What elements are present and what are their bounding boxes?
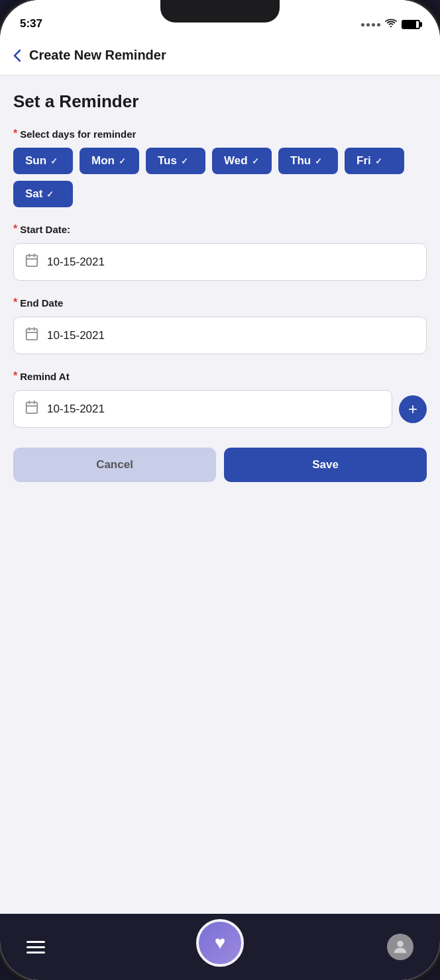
days-label: * Select days for reminder: [13, 128, 427, 140]
calendar-icon-end: [25, 326, 39, 344]
phone-screen: 5:37: [0, 0, 440, 980]
day-label-sat: Sat: [25, 187, 42, 201]
battery-icon: [402, 20, 420, 29]
day-chip-tus[interactable]: Tus ✓: [146, 148, 205, 174]
day-label-mon: Mon: [91, 154, 115, 168]
remind-at-row: 10-15-2021 +: [13, 390, 427, 428]
day-label-tus: Tus: [158, 154, 177, 168]
page-heading: Set a Reminder: [13, 91, 427, 112]
end-date-input[interactable]: 10-15-2021: [13, 317, 427, 354]
svg-rect-0: [27, 256, 38, 267]
back-button[interactable]: [13, 49, 21, 62]
svg-rect-2: [27, 403, 38, 414]
nav-bar: Create New Reminder: [0, 36, 440, 75]
start-date-value: 10-15-2021: [47, 256, 105, 269]
day-label-wed: Wed: [224, 154, 248, 168]
day-chip-sun[interactable]: Sun ✓: [13, 148, 73, 174]
end-date-value: 10-15-2021: [47, 329, 105, 342]
check-icon-thu: ✓: [315, 156, 322, 166]
day-label-thu: Thu: [290, 154, 311, 168]
cancel-button[interactable]: Cancel: [13, 448, 216, 482]
day-chip-mon[interactable]: Mon ✓: [80, 148, 139, 174]
svg-point-3: [397, 941, 403, 947]
remind-at-label: * Remind At: [13, 370, 427, 382]
wifi-icon: [384, 19, 398, 30]
calendar-icon-start: [25, 253, 39, 271]
days-grid: Sun ✓ Mon ✓ Tus ✓ Wed ✓: [13, 148, 427, 207]
day-chip-sat[interactable]: Sat ✓: [13, 181, 73, 207]
day-label-sun: Sun: [25, 154, 46, 168]
remind-at-section: * Remind At 10-15-2021 +: [13, 370, 427, 428]
days-section: * Select days for reminder Sun ✓ Mon ✓ T…: [13, 128, 427, 207]
heart-nav-button[interactable]: ♥: [196, 919, 244, 967]
check-icon-tus: ✓: [181, 156, 188, 166]
signal-icon: [361, 23, 380, 26]
svg-rect-1: [27, 329, 38, 340]
action-buttons: Cancel Save: [13, 448, 427, 482]
heart-icon: ♥: [215, 932, 226, 954]
phone-frame: 5:37: [0, 0, 440, 980]
check-icon-fri: ✓: [375, 156, 382, 166]
status-time: 5:37: [20, 17, 42, 30]
main-content: Set a Reminder * Select days for reminde…: [0, 75, 440, 914]
check-icon-sun: ✓: [50, 156, 58, 166]
start-date-label: * Start Date:: [13, 223, 427, 235]
remind-at-input[interactable]: 10-15-2021: [13, 390, 392, 428]
check-icon-sat: ✓: [46, 189, 54, 199]
notch: [160, 0, 280, 23]
start-date-input[interactable]: 10-15-2021: [13, 243, 427, 281]
nav-title: Create New Reminder: [29, 48, 166, 63]
day-chip-thu[interactable]: Thu ✓: [278, 148, 338, 174]
days-required-star: *: [13, 128, 17, 140]
end-date-section: * End Date 10-15-2021: [13, 297, 427, 354]
home-button[interactable]: ♥: [196, 919, 244, 967]
add-remind-button[interactable]: +: [399, 395, 427, 423]
bottom-nav: ♥: [0, 914, 440, 980]
day-chip-fri[interactable]: Fri ✓: [345, 148, 404, 174]
day-chip-wed[interactable]: Wed ✓: [212, 148, 272, 174]
day-label-fri: Fri: [357, 154, 371, 168]
calendar-icon-remind: [25, 400, 39, 418]
check-icon-wed: ✓: [252, 156, 259, 166]
status-icons: [361, 19, 420, 30]
remind-at-value: 10-15-2021: [47, 403, 105, 416]
start-date-required: *: [13, 223, 17, 235]
end-date-label: * End Date: [13, 297, 427, 309]
check-icon-mon: ✓: [119, 156, 126, 166]
save-button[interactable]: Save: [224, 448, 427, 482]
remind-at-required: *: [13, 370, 17, 382]
end-date-required: *: [13, 297, 17, 309]
start-date-section: * Start Date: 10-15-2021: [13, 223, 427, 281]
menu-button[interactable]: [27, 941, 45, 954]
profile-button[interactable]: [387, 934, 413, 960]
